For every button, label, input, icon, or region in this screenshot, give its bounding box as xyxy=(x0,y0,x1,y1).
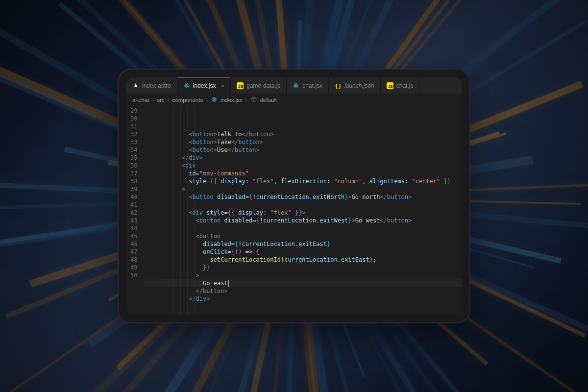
line-number: 49 xyxy=(130,264,137,271)
tab-index-astro[interactable]: index.astro xyxy=(126,77,177,94)
code-line[interactable]: </div> xyxy=(144,295,462,303)
react-icon xyxy=(293,82,299,89)
code-line[interactable]: Go east xyxy=(144,279,462,287)
breadcrumb[interactable]: ai-chat›src›components›index.jsx›default xyxy=(126,94,462,106)
code-line[interactable]: <div xyxy=(144,162,462,170)
line-number-gutter: 2930313233343536373839404142434445464748… xyxy=(126,106,144,315)
code-line[interactable]: <button disabled={!currentLocation.exitW… xyxy=(144,217,462,224)
line-number: 42 xyxy=(130,209,137,217)
line-number: 46 xyxy=(130,240,137,248)
line-number: 47 xyxy=(130,248,137,256)
line-number: 44 xyxy=(130,224,137,232)
line-number: 34 xyxy=(130,146,137,154)
code-editor[interactable]: 2930313233343536373839404142434445464748… xyxy=(126,106,462,315)
line-number: 39 xyxy=(130,185,137,193)
json-icon: { } xyxy=(335,82,342,89)
line-number: 36 xyxy=(130,162,137,170)
code-line[interactable]: <button disabled={!currentLocation.exitN… xyxy=(144,193,462,201)
svg-point-8 xyxy=(214,99,215,100)
line-number: 45 xyxy=(130,232,137,240)
code-line[interactable]: style={{ display: "flex", flexDirection:… xyxy=(144,177,462,185)
line-number: 41 xyxy=(130,201,137,209)
line-number: 29 xyxy=(130,107,137,115)
tab-label: game-data.js xyxy=(246,82,280,89)
line-number: 33 xyxy=(130,138,137,146)
chevron-right-icon: › xyxy=(152,97,154,103)
code-line[interactable]: <button>Take</button> xyxy=(144,138,462,146)
line-number: 37 xyxy=(130,170,137,177)
line-number: 50 xyxy=(130,271,137,279)
code-line[interactable]: }} xyxy=(144,264,462,271)
code-line[interactable]: <div style={{ display: "flex" }}> xyxy=(144,209,462,217)
line-number: 30 xyxy=(130,115,137,122)
tablet-frame: index.astroindex.jsx×JSgame-data.jschat.… xyxy=(118,69,470,323)
tab-index-jsx[interactable]: index.jsx× xyxy=(177,77,231,94)
chevron-right-icon: › xyxy=(206,97,208,103)
tab-chat-jsx[interactable]: chat.jsx xyxy=(287,77,329,94)
breadcrumb-segment[interactable]: default xyxy=(260,97,277,103)
javascript-icon: JS xyxy=(237,82,244,89)
tab-label: launch.json xyxy=(344,82,374,89)
code-line[interactable] xyxy=(144,224,462,232)
editor-window: index.astroindex.jsx×JSgame-data.jschat.… xyxy=(126,77,462,315)
code-line[interactable]: > xyxy=(144,271,462,279)
astro-icon xyxy=(132,82,139,89)
tab-label: index.jsx xyxy=(193,82,216,89)
tab-chat-js[interactable]: JSchat.js xyxy=(381,77,420,94)
tab-launch-json[interactable]: { }launch.json xyxy=(329,77,381,94)
line-number: 32 xyxy=(130,130,137,138)
code-line[interactable]: </button> xyxy=(144,287,462,295)
breadcrumb-segment[interactable]: components xyxy=(172,97,203,103)
chevron-right-icon: › xyxy=(245,97,247,103)
tab-label: chat.js xyxy=(396,82,414,89)
close-icon[interactable]: × xyxy=(220,82,224,90)
code-line[interactable] xyxy=(144,201,462,209)
code-line[interactable]: disabled={!currentLocation.exitEast} xyxy=(144,240,462,248)
code-line[interactable]: > xyxy=(144,185,462,193)
line-number: 40 xyxy=(130,193,137,201)
code-line[interactable]: onClick={() => { xyxy=(144,248,462,256)
javascript-icon: JS xyxy=(387,82,393,89)
code-line[interactable]: <button xyxy=(144,232,462,240)
line-number: 43 xyxy=(130,217,137,224)
line-number: 38 xyxy=(130,177,137,185)
line-number: 48 xyxy=(130,256,137,264)
tab-game-data-js[interactable]: JSgame-data.js xyxy=(231,77,287,94)
code-line[interactable]: setCurrentLocationId(currentLocation.exi… xyxy=(144,256,462,264)
svg-point-0 xyxy=(186,85,187,86)
tab-bar: index.astroindex.jsx×JSgame-data.jschat.… xyxy=(126,77,462,94)
line-number: 35 xyxy=(130,154,137,162)
svg-point-4 xyxy=(295,85,296,86)
breadcrumb-segment[interactable]: index.jsx xyxy=(220,97,243,103)
code-area[interactable]: <button>Talk to</button> <button>Take</b… xyxy=(144,106,462,315)
react-icon xyxy=(211,96,218,104)
breadcrumb-segment[interactable]: ai-chat xyxy=(132,97,149,103)
code-line[interactable]: <button>Talk to</button> xyxy=(144,130,462,138)
chevron-right-icon: › xyxy=(168,97,170,103)
tab-label: index.astro xyxy=(142,82,171,89)
breadcrumb-segment[interactable]: src xyxy=(157,97,164,103)
symbol-icon xyxy=(250,96,257,104)
code-line[interactable]: id="nav-commands" xyxy=(144,170,462,177)
tab-label: chat.jsx xyxy=(302,82,322,89)
line-number: 31 xyxy=(130,122,137,130)
code-line[interactable]: <button>Use</button> xyxy=(144,146,462,154)
react-icon xyxy=(183,82,190,89)
text-cursor xyxy=(228,280,229,287)
code-line[interactable]: </div> xyxy=(144,154,462,162)
